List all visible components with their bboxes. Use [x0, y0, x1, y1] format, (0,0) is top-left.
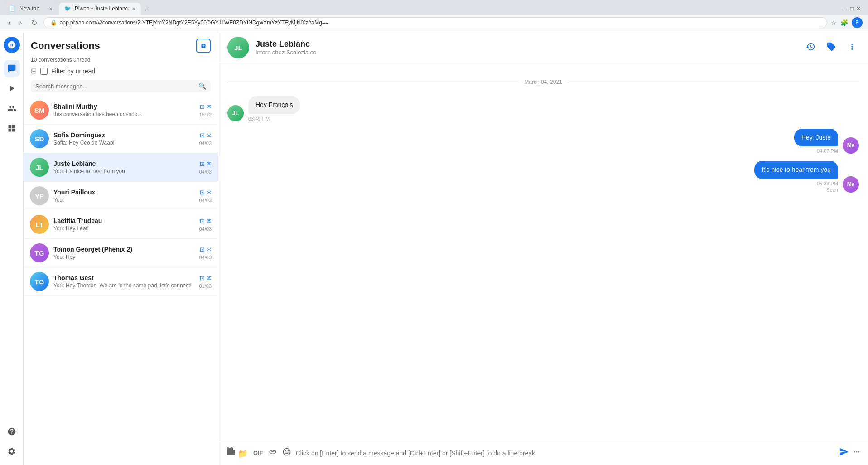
conv-preview: You: Hey	[53, 254, 194, 260]
conv-icons: ⊡ ✉	[200, 246, 212, 253]
chat-input-area: 📁 GIF	[218, 441, 868, 465]
list-item[interactable]: LT Laetitia Trudeau You: Hey Leati ⊡ ✉ 0…	[24, 210, 218, 239]
filter-unread-label[interactable]: Filter by unread	[51, 68, 95, 75]
message-time: 05:33 PM	[754, 181, 838, 186]
archive-icon: ⊡	[200, 246, 205, 253]
email-icon: ✉	[207, 132, 212, 139]
list-item[interactable]: TG Toinon Georget (Phénix 2) You: Hey ⊡ …	[24, 239, 218, 267]
conv-name: Shalini Murthy	[53, 103, 194, 110]
list-item[interactable]: YP Youri Pailloux You: ⊡ ✉ 04/03	[24, 182, 218, 210]
message-bubble: Hey François	[248, 96, 300, 114]
conv-preview: You: Hey Leati	[53, 225, 194, 232]
tab-close-icon[interactable]: ✕	[132, 6, 135, 11]
message-row: JL Hey François 03:49 PM	[227, 96, 859, 121]
sidebar-item-settings[interactable]	[4, 443, 20, 460]
message-avatar: JL	[227, 105, 244, 121]
address-actions: ☆ 🧩 F	[831, 17, 863, 28]
conv-info: Laetitia Trudeau You: Hey Leati	[53, 217, 194, 232]
app-logo[interactable]	[4, 37, 20, 53]
chat-header-info: Juste Leblanc Intern chez Scalezia.co	[256, 39, 797, 56]
filter-icon[interactable]: ⊟	[31, 67, 37, 75]
input-row: 📁 GIF	[226, 446, 861, 460]
conv-name: Toinon Georget (Phénix 2)	[53, 246, 194, 253]
attach-file-button[interactable]: 📁	[226, 446, 249, 460]
address-bar: ‹ › ↻ 🔒 app.piwaa.com/#/conversations/2-…	[0, 15, 868, 31]
message-row: It's nice to hear from you 05:33 PM Seen…	[227, 161, 859, 193]
tab-piwaa[interactable]: 🐦 Piwaa • Juste Leblanc ✕	[59, 3, 141, 15]
unread-count: 10 conversations unread	[31, 57, 211, 63]
refresh-button[interactable]: ↻	[29, 18, 40, 28]
list-item[interactable]: JL Juste Leblanc You: It's nice to hear …	[24, 153, 218, 182]
search-icon[interactable]: 🔍	[198, 82, 206, 90]
tab-new-tab[interactable]: 📄 New tab ✕	[4, 3, 58, 15]
send-button[interactable]	[839, 447, 849, 459]
tab-bar: 📄 New tab ✕ 🐦 Piwaa • Juste Leblanc ✕ + …	[0, 0, 868, 15]
new-tab-button[interactable]: +	[142, 3, 153, 14]
icon-sidebar	[0, 31, 24, 465]
history-button[interactable]	[804, 40, 817, 56]
emoji-button[interactable]	[281, 446, 292, 460]
conv-icons: ⊡ ✉	[200, 132, 212, 139]
archive-icon: ⊡	[200, 189, 205, 196]
date-divider: March 04, 2021	[227, 79, 859, 85]
archive-icon: ⊡	[200, 275, 205, 281]
tag-button[interactable]	[825, 40, 838, 56]
conversation-list: SM Shalini Murthy this conversation has …	[24, 96, 218, 465]
link-button[interactable]	[268, 447, 278, 459]
chat-header-actions	[804, 40, 859, 56]
close-icon[interactable]: ✕	[856, 5, 861, 12]
filter-row: ⊟ Filter by unread	[31, 67, 211, 75]
sidebar-item-help[interactable]	[4, 423, 20, 440]
conv-time: 04/03	[199, 255, 212, 260]
message-time: 03:49 PM	[248, 116, 300, 121]
conv-meta: ⊡ ✉ 01/03	[199, 275, 212, 289]
url-bar[interactable]: 🔒 app.piwaa.com/#/conversations/2-YTFjYm…	[43, 17, 827, 28]
filter-unread-checkbox[interactable]	[40, 68, 48, 75]
list-item[interactable]: TG Thomas Gest You: Hey Thomas, We are i…	[24, 267, 218, 296]
email-icon: ✉	[207, 103, 212, 110]
conv-info: Youri Pailloux You:	[53, 189, 194, 203]
minimize-icon[interactable]: —	[842, 5, 848, 12]
sidebar-item-play[interactable]	[4, 80, 20, 97]
archive-icon: ⊡	[200, 218, 205, 224]
archive-icon: ⊡	[200, 160, 205, 167]
tab-label: New tab	[19, 5, 39, 12]
extension-icon[interactable]: 🧩	[840, 19, 848, 26]
sidebar-item-chat[interactable]	[4, 60, 20, 77]
list-item[interactable]: SD Sofia Dominguez Sofia: Hey Ceo de Waa…	[24, 125, 218, 153]
maximize-icon[interactable]: □	[850, 5, 854, 12]
conv-preview: Sofia: Hey Ceo de Waapi	[53, 140, 194, 146]
input-more-button[interactable]	[853, 448, 861, 458]
archive-icon: ⊡	[200, 132, 205, 139]
avatar: TG	[30, 272, 49, 291]
conv-name: Thomas Gest	[53, 274, 194, 281]
conv-icons: ⊡ ✉	[200, 160, 212, 167]
gif-button[interactable]: GIF	[252, 449, 264, 457]
message-avatar: Me	[843, 176, 859, 193]
search-input[interactable]	[35, 83, 195, 90]
more-options-button[interactable]	[845, 40, 859, 56]
tab-close-icon[interactable]: ✕	[49, 6, 53, 11]
conv-preview: You:	[53, 197, 194, 203]
sidebar-item-grid[interactable]	[4, 120, 20, 136]
avatar: TG	[30, 243, 49, 262]
list-item[interactable]: SM Shalini Murthy this conversation has …	[24, 96, 218, 125]
avatar: JL	[30, 158, 49, 177]
avatar: SD	[30, 129, 49, 148]
sidebar-item-people[interactable]	[4, 100, 20, 116]
profile-icon[interactable]: F	[852, 17, 863, 28]
new-conversation-button[interactable]	[196, 39, 211, 53]
app: Conversations 10 conversations unread ⊟ …	[0, 31, 868, 465]
archive-icon: ⊡	[200, 103, 205, 110]
avatar: YP	[30, 186, 49, 205]
conv-preview: You: It's nice to hear from you	[53, 168, 194, 174]
back-button[interactable]: ‹	[5, 18, 13, 28]
conv-icons: ⊡ ✉	[200, 103, 212, 110]
conv-info: Thomas Gest You: Hey Thomas, We are in t…	[53, 274, 194, 289]
message-input[interactable]	[296, 450, 835, 457]
conv-meta: ⊡ ✉ 15:12	[199, 103, 212, 117]
chat-contact-avatar: JL	[227, 37, 249, 58]
bookmark-icon[interactable]: ☆	[831, 19, 837, 26]
forward-button[interactable]: ›	[17, 18, 24, 28]
conversations-panel: Conversations 10 conversations unread ⊟ …	[24, 31, 218, 465]
